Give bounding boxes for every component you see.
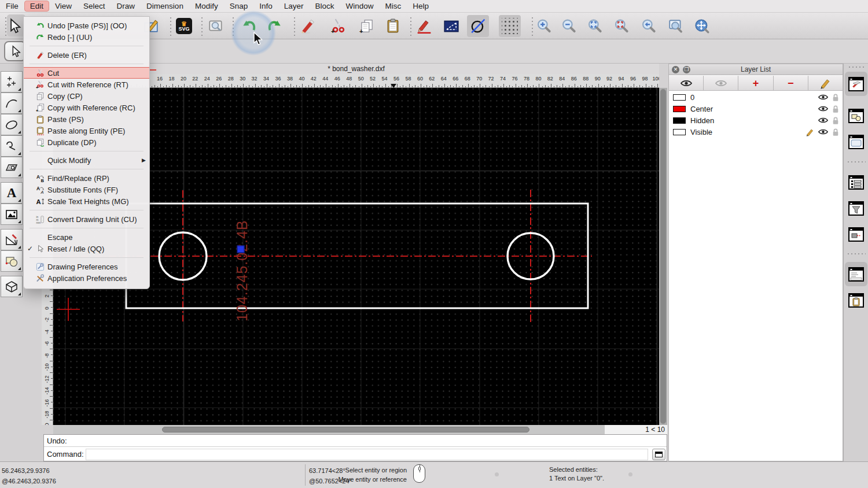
menu-item-cut-with-reference-rt[interactable]: +Cut with Reference (RT) xyxy=(24,79,149,90)
layer-visibility-eye-icon[interactable] xyxy=(818,128,828,136)
toolbar-button-zoom-selection-icon[interactable] xyxy=(610,15,632,37)
command-options-button[interactable] xyxy=(652,449,665,460)
toolbar-button-print-preview-icon[interactable] xyxy=(205,15,227,37)
layer-lock-icon[interactable] xyxy=(832,116,839,125)
menubar-item-dimension[interactable]: Dimension xyxy=(141,1,189,12)
menu-item-substitute-fonts-ff[interactable]: AASubstitute Fonts (FF) xyxy=(24,184,149,195)
menu-item-delete-er[interactable]: Delete (ER) xyxy=(24,49,149,61)
layer-color-swatch[interactable] xyxy=(673,129,686,135)
layer-visibility-eye-icon[interactable] xyxy=(818,105,828,113)
layer-row-center[interactable]: Center xyxy=(669,103,843,115)
tool-button-solid-icon[interactable] xyxy=(1,276,23,297)
layer-toolbar-hide-all-layers-icon[interactable] xyxy=(704,76,738,90)
layer-visibility-eye-icon[interactable] xyxy=(818,94,828,101)
layer-visibility-eye-icon[interactable] xyxy=(818,117,828,124)
menubar-item-draw[interactable]: Draw xyxy=(111,1,141,12)
menu-item-undo-paste-ps-oo[interactable]: Undo [Paste (PS)] (OO) xyxy=(24,20,149,31)
toolbar-button-copy-icon[interactable]: + xyxy=(356,15,378,37)
tool-button-text-icon[interactable]: A xyxy=(1,182,23,204)
layer-lock-icon[interactable] xyxy=(832,128,839,136)
menubar-item-block[interactable]: Block xyxy=(310,1,340,12)
layer-lock-icon[interactable] xyxy=(832,105,839,113)
float-panel-icon[interactable]: ❐ xyxy=(683,66,690,73)
dock-button-clipboard-panel-icon[interactable] xyxy=(845,288,867,312)
toolbar-button-grid-icon[interactable] xyxy=(499,15,521,37)
tool-button-shapes-icon[interactable] xyxy=(1,250,23,272)
menubar-item-file[interactable]: File xyxy=(0,1,24,12)
menubar-item-help[interactable]: Help xyxy=(407,1,435,12)
menu-item-cut[interactable]: Cut xyxy=(24,67,149,79)
tool-button-hatch-icon[interactable] xyxy=(1,157,23,178)
toolbar-button-pan-icon[interactable] xyxy=(691,15,713,37)
menubar-item-snap[interactable]: Snap xyxy=(224,1,254,12)
toolbar-button-zoom-window-icon[interactable] xyxy=(665,15,687,37)
menu-item-convert-drawing-unit-cu[interactable]: inmmmConvert Drawing Unit (CU) xyxy=(24,213,149,225)
selected-text-entity[interactable]: 104.245.02.4B xyxy=(234,220,250,321)
menubar-item-window[interactable]: Window xyxy=(340,1,380,12)
dock-button-command-line-panel-icon[interactable] xyxy=(845,262,867,286)
menu-item-find-replace-rp[interactable]: ABFind/Replace (RP) xyxy=(24,172,149,184)
menubar-item-view[interactable]: View xyxy=(49,1,78,12)
close-icon[interactable]: ✕ xyxy=(672,66,679,73)
dock-button-selection-filter-panel-icon[interactable] xyxy=(845,196,867,220)
tool-button-point-icon[interactable] xyxy=(1,71,23,93)
dock-button-layer-list-panel-icon[interactable] xyxy=(845,72,867,96)
layer-toolbar-add-layer-icon[interactable]: + xyxy=(738,76,773,90)
horizontal-scrollbar[interactable] xyxy=(53,425,659,434)
dock-button-laser-view-panel-icon[interactable] xyxy=(845,222,867,246)
selection-handle[interactable] xyxy=(237,246,244,253)
tool-button-dimension-icon[interactable] xyxy=(1,229,23,250)
tool-button-image-icon[interactable] xyxy=(1,204,23,225)
toolbar-button-dimension-icon[interactable] xyxy=(440,15,462,37)
menubar-item-modify[interactable]: Modify xyxy=(189,1,224,12)
horizontal-scrollbar-thumb[interactable] xyxy=(162,427,529,432)
menu-item-scale-text-heights-mg[interactable]: AScale Text Heights (MG) xyxy=(24,195,149,207)
menu-item-escape[interactable]: Escape xyxy=(24,231,149,243)
layer-toolbar-show-all-layers-icon[interactable] xyxy=(669,76,704,90)
menubar-item-edit[interactable]: Edit xyxy=(24,1,49,12)
tool-button-arc-icon[interactable] xyxy=(1,93,23,114)
toolbar-button-circle-line-icon[interactable] xyxy=(467,15,489,37)
command-input[interactable] xyxy=(86,449,648,460)
dock-handle[interactable] xyxy=(848,66,865,68)
menu-item-paste-along-entity-pe[interactable]: Paste along Entity (PE) xyxy=(24,125,149,136)
menu-item-copy-cp[interactable]: Copy (CP) xyxy=(24,90,149,102)
dock-button-library-browser-panel-icon[interactable] xyxy=(845,130,867,154)
menu-item-copy-with-reference-rc[interactable]: +Copy with Reference (RC) xyxy=(24,102,149,113)
tool-button-polyline-icon[interactable] xyxy=(1,135,23,157)
layer-row-0[interactable]: 0 xyxy=(669,92,843,103)
toolbar-button-red-pencil-icon[interactable] xyxy=(413,15,435,37)
menu-item-drawing-preferences[interactable]: Drawing Preferences xyxy=(24,261,149,272)
menu-item-reset-idle-qq[interactable]: ✓Reset / Idle (QQ) xyxy=(24,243,149,254)
toolbar-button-zoom-previous-icon[interactable] xyxy=(638,15,660,37)
layer-row-hidden[interactable]: Hidden xyxy=(669,115,843,127)
menu-item-duplicate-dp[interactable]: Duplicate (DP) xyxy=(24,136,149,148)
toolbar-button-svg-export-icon[interactable]: ♛SVG xyxy=(173,15,195,37)
layer-toolbar-edit-layer-icon[interactable] xyxy=(808,76,843,90)
toolbar-button-cut-icon[interactable]: + xyxy=(328,15,350,37)
menubar-item-select[interactable]: Select xyxy=(78,1,111,12)
layer-color-swatch[interactable] xyxy=(673,117,686,124)
menu-item-redo-uu[interactable]: Redo [-] (UU) xyxy=(24,31,149,43)
layer-color-swatch[interactable] xyxy=(673,106,686,112)
layer-lock-icon[interactable] xyxy=(832,93,839,102)
toolbar-button-zoom-auto-icon[interactable] xyxy=(584,15,606,37)
menu-item-paste-ps[interactable]: Paste (PS) xyxy=(24,113,149,125)
menu-item-quick-modify[interactable]: Quick Modify▶ xyxy=(24,154,149,166)
toolbar-button-zoom-in-icon[interactable] xyxy=(533,15,555,37)
toolbar-button-delete-icon[interactable] xyxy=(297,15,319,37)
dock-button-property-editor-panel-icon[interactable] xyxy=(845,170,867,194)
toolbar-button-selection-pointer-icon[interactable] xyxy=(3,15,25,37)
toolbar-button-paste-icon[interactable] xyxy=(382,15,404,37)
vertical-scrollbar-thumb[interactable] xyxy=(660,89,666,424)
vertical-scrollbar[interactable] xyxy=(659,88,667,425)
menubar-item-info[interactable]: Info xyxy=(253,1,278,12)
layer-color-swatch[interactable] xyxy=(673,94,686,101)
menu-item-application-preferences[interactable]: Application Preferences xyxy=(24,272,149,284)
layer-row-visible[interactable]: Visible xyxy=(669,127,843,138)
layer-toolbar-remove-layer-icon[interactable]: − xyxy=(774,76,808,90)
menubar-item-layer[interactable]: Layer xyxy=(278,1,310,12)
menubar-item-misc[interactable]: Misc xyxy=(380,1,407,12)
toolbar-button-zoom-out-icon[interactable] xyxy=(558,15,580,37)
dock-button-block-list-panel-icon[interactable] xyxy=(845,103,867,128)
